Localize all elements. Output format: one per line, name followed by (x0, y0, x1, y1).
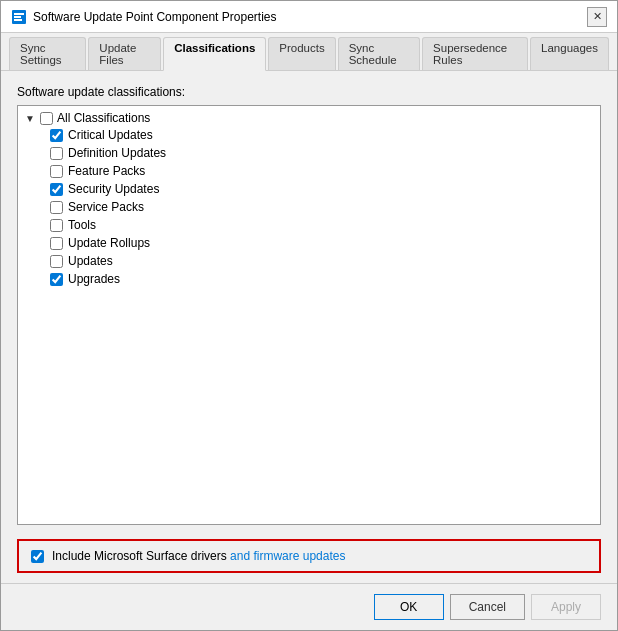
tab-content: Software update classifications: ▼ All C… (1, 71, 617, 583)
all-classifications-checkbox[interactable] (40, 112, 53, 125)
security-updates-label: Security Updates (68, 182, 159, 196)
tools-checkbox[interactable] (50, 219, 63, 232)
title-bar: Software Update Point Component Properti… (1, 1, 617, 33)
critical-updates-label: Critical Updates (68, 128, 153, 142)
list-item: Definition Updates (22, 144, 596, 162)
update-rollups-label: Update Rollups (68, 236, 150, 250)
tab-sync-schedule[interactable]: Sync Schedule (338, 37, 420, 70)
classifications-tree: ▼ All Classifications Critical Updates D… (17, 105, 601, 525)
tab-update-files[interactable]: Update Files (88, 37, 161, 70)
apply-button[interactable]: Apply (531, 594, 601, 620)
feature-packs-label: Feature Packs (68, 164, 145, 178)
service-packs-label: Service Packs (68, 200, 144, 214)
tab-sync-settings[interactable]: Sync Settings (9, 37, 86, 70)
window-icon (11, 9, 27, 25)
footer: OK Cancel Apply (1, 583, 617, 630)
tree-root-row[interactable]: ▼ All Classifications (22, 110, 596, 126)
list-item: Critical Updates (22, 126, 596, 144)
surface-label-blue: and firmware updates (230, 549, 345, 563)
surface-checkbox[interactable] (31, 550, 44, 563)
tab-bar: Sync Settings Update Files Classificatio… (1, 33, 617, 71)
surface-section: Include Microsoft Surface drivers and fi… (17, 539, 601, 573)
close-button[interactable]: ✕ (587, 7, 607, 27)
dialog-window: Software Update Point Component Properti… (0, 0, 618, 631)
list-item: Update Rollups (22, 234, 596, 252)
list-item: Security Updates (22, 180, 596, 198)
list-item: Feature Packs (22, 162, 596, 180)
update-rollups-checkbox[interactable] (50, 237, 63, 250)
tab-products[interactable]: Products (268, 37, 335, 70)
list-item: Tools (22, 216, 596, 234)
tab-languages[interactable]: Languages (530, 37, 609, 70)
title-bar-left: Software Update Point Component Properti… (11, 9, 276, 25)
list-item: Service Packs (22, 198, 596, 216)
cancel-button[interactable]: Cancel (450, 594, 525, 620)
upgrades-label: Upgrades (68, 272, 120, 286)
ok-button[interactable]: OK (374, 594, 444, 620)
tab-supersedence-rules[interactable]: Supersedence Rules (422, 37, 528, 70)
list-item: Upgrades (22, 270, 596, 288)
surface-label: Include Microsoft Surface drivers and fi… (52, 549, 345, 563)
critical-updates-checkbox[interactable] (50, 129, 63, 142)
security-updates-checkbox[interactable] (50, 183, 63, 196)
tools-label: Tools (68, 218, 96, 232)
svg-rect-3 (14, 19, 22, 21)
tab-classifications[interactable]: Classifications (163, 37, 266, 71)
definition-updates-checkbox[interactable] (50, 147, 63, 160)
service-packs-checkbox[interactable] (50, 201, 63, 214)
window-title: Software Update Point Component Properti… (33, 10, 276, 24)
svg-rect-2 (14, 16, 21, 18)
updates-label: Updates (68, 254, 113, 268)
list-item: Updates (22, 252, 596, 270)
definition-updates-label: Definition Updates (68, 146, 166, 160)
expand-icon: ▼ (24, 113, 36, 124)
section-label: Software update classifications: (17, 85, 601, 99)
feature-packs-checkbox[interactable] (50, 165, 63, 178)
all-classifications-label: All Classifications (57, 111, 150, 125)
svg-rect-1 (14, 13, 24, 15)
updates-checkbox[interactable] (50, 255, 63, 268)
upgrades-checkbox[interactable] (50, 273, 63, 286)
surface-label-plain: Include Microsoft Surface drivers (52, 549, 230, 563)
